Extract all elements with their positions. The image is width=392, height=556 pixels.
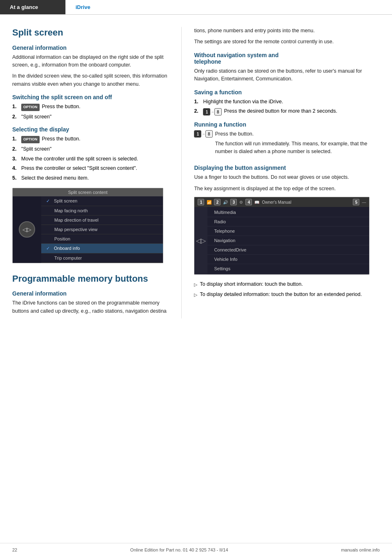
mem-btn-8: 8	[214, 108, 222, 116]
option-button-icon: OPTION	[21, 104, 40, 111]
pmb-title: Programmable memory buttons	[12, 273, 169, 285]
running-btn-icons: 1 ··· 8	[194, 130, 212, 138]
step-item: 2. "Split screen"	[12, 145, 169, 153]
pmb-general-info-title: General information	[12, 290, 169, 297]
page-number: 22	[12, 547, 17, 552]
saving-title: Saving a function	[194, 89, 380, 96]
ba-item-settings: Settings	[207, 264, 369, 274]
ba-menu: Multimedia Radio Telephone Navigation Co…	[207, 207, 369, 274]
page-header: At a glance iDrive	[0, 0, 392, 15]
ss-left-panel: ◁▷	[13, 196, 41, 263]
ba-left-nav: ◁▷	[194, 207, 207, 274]
switching-title: Switching the split screen on and off	[12, 94, 169, 100]
memory-button-icons: 1 ··· 8	[203, 108, 221, 116]
ss-menu-item-perspective: Map perspective view	[41, 225, 163, 234]
displaying-para2: The key assignment is displayed at the t…	[194, 185, 380, 193]
header-tab-at-a-glance[interactable]: At a glance	[0, 0, 65, 14]
ba-btn-2: 2	[214, 199, 220, 205]
main-content: Split screen General information Additio…	[0, 15, 392, 335]
saving-steps: 1. Highlight the function via the iDrive…	[194, 98, 380, 116]
ba-body: ◁▷ Multimedia Radio Telephone Navigation…	[194, 207, 369, 274]
step-item: 1. OPTION Press the button.	[12, 135, 169, 143]
ss-menu-item-onboard: ✓Onboard info	[41, 244, 163, 254]
ba-item-connecteddrive: ConnectedDrive	[207, 245, 369, 255]
ss-body: ◁▷ ✓Split screen Map facing north Map di…	[13, 196, 163, 263]
displaying-title: Displaying the button assignment	[194, 165, 380, 171]
btn-assignment-mockup: 1 📶 2 🔊 3 ⚙ 4 📖 Owner's Manual 5 — ◁▷ Mu…	[194, 197, 370, 275]
ss-menu-item-split: ✓Split screen	[41, 196, 163, 206]
ba-item-radio: Radio	[207, 217, 369, 227]
running-mem-btn-1: 1	[194, 130, 201, 138]
general-info-title: General information	[12, 44, 169, 51]
continuation-text: tions, phone numbers and entry points in…	[194, 27, 380, 35]
ss-menu-item-north: Map facing north	[41, 206, 163, 216]
ss-menu-list: ✓Split screen Map facing north Map direc…	[41, 196, 163, 263]
step-item: 1. OPTION Press the button.	[12, 103, 169, 111]
running-title: Running a function	[194, 121, 380, 128]
switching-steps: 1. OPTION Press the button. 2. "Split sc…	[12, 103, 169, 120]
pmb-general-info-para: The iDrive functions can be stored on th…	[12, 299, 169, 315]
general-info-para2: In the divided screen view, the so-calle…	[12, 72, 169, 88]
split-screen-mockup: Split screen content ◁▷ ✓Split screen Ma…	[12, 188, 163, 263]
header-tab-idrive[interactable]: iDrive	[65, 0, 392, 14]
step-item: 2. 1 ··· 8 Press the desired button for …	[194, 107, 380, 116]
online-edition: Online Edition for Part no. 01 40 2 925 …	[130, 547, 228, 552]
arrow-bullet-1: To display short information: touch the …	[194, 280, 380, 288]
without-nav-para: Only radio stations can be stored on the…	[194, 67, 380, 83]
ss-nav-circle: ◁▷	[19, 221, 35, 238]
running-content: 1 ··· 8 Press the button. The function w…	[194, 130, 380, 159]
website: manuals online.info	[341, 547, 380, 552]
ba-btn-5: 5	[353, 199, 359, 205]
ss-title-bar: Split screen content	[13, 188, 163, 196]
pmb-section: Programmable memory buttons General info…	[12, 273, 169, 315]
ba-item-navigation: Navigation	[207, 236, 369, 245]
ba-btn-3: 3	[230, 199, 237, 205]
running-para1: Press the button.	[215, 130, 380, 138]
split-screen-section: Split screen General information Additio…	[12, 27, 169, 263]
without-nav-title: Without navigation system andtelephone	[194, 52, 380, 65]
ba-item-vehicleinfo: Vehicle Info	[207, 255, 369, 264]
ss-menu-item-direction: Map direction of travel	[41, 216, 163, 225]
right-column: tions, phone numbers and entry points in…	[182, 27, 380, 318]
left-column: Split screen General information Additio…	[12, 27, 182, 318]
displaying-para1: Use a finger to touch the buttons. Do no…	[194, 173, 380, 181]
ba-top-bar: 1 📶 2 🔊 3 ⚙ 4 📖 Owner's Manual 5 —	[194, 197, 369, 207]
general-info-para1: Additional information can be displayed …	[12, 53, 169, 69]
step-item: 5. Select the desired menu item.	[12, 174, 169, 182]
step-item: 3. Move the controller until the split s…	[12, 155, 169, 163]
ss-menu-item-position: Position	[41, 234, 163, 244]
ss-menu-item-trip: Trip computer	[41, 254, 163, 263]
selecting-title: Selecting the display	[12, 126, 169, 133]
running-para2: The function will run immediately. This …	[215, 140, 380, 156]
ba-btn-4: 4	[245, 199, 252, 205]
ba-item-multimedia: Multimedia	[207, 208, 369, 217]
running-mem-btn-8: 8	[205, 130, 213, 138]
selecting-steps: 1. OPTION Press the button. 2. "Split sc…	[12, 135, 169, 182]
step-item: 1. Highlight the function via the iDrive…	[194, 98, 380, 106]
step-item: 2. "Split screen"	[12, 113, 169, 121]
mem-btn-1: 1	[203, 108, 210, 116]
arrow-bullet-2: To display detailed information: touch t…	[194, 291, 380, 298]
split-screen-title: Split screen	[12, 27, 169, 39]
step-item: 4. Press the controller or select "Split…	[12, 165, 169, 172]
page-footer: 22 Online Edition for Part no. 01 40 2 9…	[0, 543, 392, 556]
settings-text: The settings are stored for the remote c…	[194, 38, 380, 46]
ba-item-telephone: Telephone	[207, 227, 369, 236]
option-button-icon-2: OPTION	[21, 136, 40, 143]
ba-btn-1: 1	[198, 199, 204, 205]
